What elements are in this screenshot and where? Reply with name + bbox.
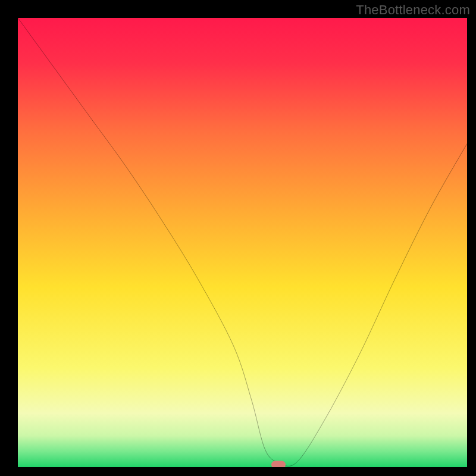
plot-area [18, 18, 467, 467]
chart-frame: TheBottleneck.com [0, 0, 476, 476]
watermark-text: TheBottleneck.com [356, 2, 470, 18]
bottleneck-curve [18, 18, 467, 467]
optimum-marker [271, 461, 286, 467]
